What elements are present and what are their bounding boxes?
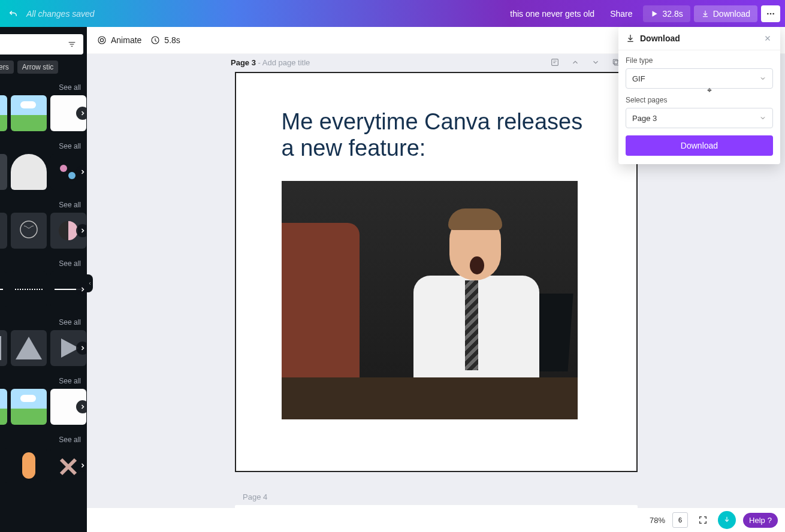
help-button[interactable]: Help?	[743, 513, 778, 528]
sidebar-section: See all	[0, 256, 87, 315]
see-all-link[interactable]: See all	[59, 83, 81, 92]
animate-label: Animate	[111, 35, 141, 45]
undo-button[interactable]	[5, 5, 22, 22]
elements-sidebar: d stickers Arrow stic See all See all Se…	[0, 27, 87, 532]
see-all-link[interactable]: See all	[59, 201, 81, 209]
present-button[interactable]: 32.8s	[643, 5, 690, 22]
thumb-row	[0, 154, 83, 190]
more-menu-button[interactable]	[761, 5, 780, 22]
canvas-text[interactable]: Me everytime Canva releases a new featur…	[282, 109, 593, 161]
top-toolbar: All changes saved Share 32.8s Download	[0, 0, 785, 27]
sidebar-section: See all	[0, 80, 87, 138]
search-field[interactable]	[0, 34, 83, 55]
move-up-icon[interactable]	[570, 58, 580, 67]
see-all-link[interactable]: See all	[59, 377, 81, 385]
file-type-select[interactable]: GIF	[626, 68, 773, 89]
filter-icon[interactable]	[65, 38, 78, 51]
page-count-button[interactable]: 6	[672, 512, 688, 528]
see-all-link[interactable]: See all	[59, 318, 81, 327]
see-all-link[interactable]: See all	[59, 142, 81, 150]
page-canvas[interactable]: Me everytime Canva releases a new featur…	[235, 72, 638, 472]
page-number: Page 3	[231, 58, 256, 67]
select-pages-label: Select pages	[626, 96, 773, 104]
element-thumb[interactable]	[0, 95, 7, 131]
element-thumb[interactable]	[11, 213, 47, 249]
thumb-row	[0, 271, 83, 307]
collapse-sidebar-button[interactable]	[87, 274, 93, 292]
svg-point-9	[60, 165, 67, 172]
svg-point-1	[770, 13, 772, 14]
page-count-value: 6	[678, 516, 682, 524]
element-thumb[interactable]	[11, 154, 47, 190]
select-pages-value: Page 3	[632, 114, 657, 123]
page-title-placeholder: - Add page title	[256, 58, 310, 67]
share-button[interactable]: Share	[603, 5, 639, 22]
present-round-button[interactable]	[718, 511, 736, 529]
svg-point-0	[767, 13, 769, 14]
notes-icon[interactable]	[550, 58, 560, 67]
close-icon[interactable]	[762, 33, 773, 44]
duration-button[interactable]: 5.8s	[150, 35, 180, 46]
thumb-row	[0, 389, 83, 425]
fullscreen-icon[interactable]	[695, 512, 711, 528]
element-thumb[interactable]	[0, 213, 7, 249]
scroll-next-button[interactable]	[76, 341, 87, 355]
share-label: Share	[610, 9, 632, 19]
svg-rect-14	[613, 59, 617, 64]
zoom-level[interactable]: 78%	[650, 516, 665, 525]
download-confirm-button[interactable]: Download	[626, 135, 773, 156]
element-thumb[interactable]	[11, 448, 47, 483]
scroll-next-button[interactable]	[76, 224, 87, 237]
play-icon	[650, 10, 659, 18]
svg-point-11	[20, 221, 37, 238]
download-panel-title: Download	[640, 34, 680, 43]
svg-point-2	[772, 13, 774, 14]
element-thumb[interactable]	[11, 389, 47, 425]
download-icon	[701, 10, 709, 18]
element-thumb[interactable]	[0, 271, 7, 307]
page-title[interactable]: Page 3 - Add page title	[231, 58, 310, 67]
chevron-down-icon	[759, 114, 766, 122]
save-status: All changes saved	[26, 9, 95, 19]
thumb-row	[0, 213, 83, 249]
file-type-value: GIF	[632, 74, 645, 83]
svg-rect-12	[552, 59, 558, 66]
scroll-next-button[interactable]	[76, 400, 87, 413]
canvas-image[interactable]	[282, 181, 578, 419]
thumb-row	[0, 95, 83, 131]
scroll-next-button[interactable]	[76, 165, 87, 179]
document-title-input[interactable]	[467, 7, 599, 21]
sidebar-section: See all	[0, 138, 87, 197]
element-thumb[interactable]	[0, 448, 7, 483]
element-thumb[interactable]	[11, 330, 47, 366]
element-thumb[interactable]	[0, 154, 7, 190]
thumb-row	[0, 330, 83, 366]
element-thumb[interactable]	[0, 389, 7, 425]
file-type-label: File type	[626, 56, 773, 65]
scroll-next-button[interactable]	[76, 107, 87, 120]
scroll-next-button[interactable]	[76, 283, 87, 296]
search-input[interactable]	[0, 40, 65, 49]
see-all-link[interactable]: See all	[59, 259, 81, 268]
see-all-link[interactable]: See all	[59, 436, 81, 444]
thumb-row	[0, 448, 83, 483]
sidebar-section: See all	[0, 315, 87, 373]
chip[interactable]: Arrow stic	[17, 61, 59, 74]
element-thumb[interactable]	[0, 330, 7, 366]
animate-button[interactable]: Animate	[96, 35, 141, 46]
download-button[interactable]: Download	[694, 5, 757, 22]
element-thumb[interactable]	[11, 95, 47, 131]
download-label: Download	[713, 9, 750, 19]
download-icon	[626, 34, 635, 43]
chip[interactable]: d stickers	[0, 61, 14, 74]
svg-point-10	[68, 172, 76, 179]
select-pages-select[interactable]: Page 3	[626, 108, 773, 128]
clock-icon	[150, 35, 161, 46]
svg-point-3	[98, 37, 105, 44]
scroll-next-button[interactable]	[76, 459, 87, 472]
play-duration: 32.8s	[662, 9, 683, 19]
bottom-bar: 78% 6 Help?	[87, 508, 785, 532]
page4-label[interactable]: Page 4	[87, 489, 785, 504]
move-down-icon[interactable]	[591, 58, 600, 67]
element-thumb[interactable]	[11, 271, 47, 307]
